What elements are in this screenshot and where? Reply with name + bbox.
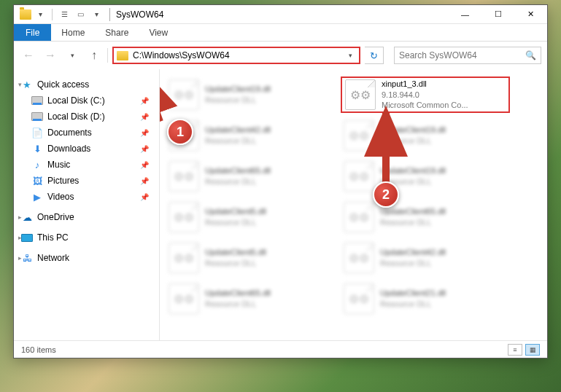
sidebar-item-label: Documents	[47, 128, 92, 138]
address-bar[interactable]: C:\Windows\SysWOW64 ▾	[112, 47, 360, 64]
chevron-right-icon[interactable]: ▸	[18, 213, 22, 221]
file-item[interactable]: ⚙⚙ UpdateClient42.dllResource DLL	[341, 240, 510, 276]
dll-icon: ⚙⚙	[169, 243, 199, 273]
sidebar-item-music[interactable]: ♪ Music 📌	[14, 157, 159, 173]
qat-properties-icon[interactable]: ☰	[57, 7, 71, 22]
address-dropdown-icon[interactable]: ▾	[344, 52, 356, 59]
sidebar-label: Network	[37, 253, 69, 263]
dll-icon: ⚙⚙	[169, 202, 199, 232]
maximize-button[interactable]: ☐	[481, 5, 514, 24]
recent-dropdown[interactable]: ▾	[63, 47, 81, 64]
sidebar-this-pc[interactable]: ▸ This PC	[14, 230, 159, 246]
tiles-view-button[interactable]: ▦	[525, 344, 540, 356]
drive-icon	[31, 96, 43, 105]
file-pane[interactable]: ⚙⚙ UpdateClient19.dllResource DLL ⚙⚙ xin…	[160, 69, 547, 340]
pin-icon: 📌	[140, 129, 149, 137]
explorer-window: ▾ ☰ ▭ ▾ SysWOW64 — ☐ ✕ File Home Share V…	[13, 4, 548, 358]
address-path: C:\Windows\SysWOW64	[133, 50, 344, 60]
chevron-down-icon[interactable]: ▾	[18, 81, 22, 88]
search-box[interactable]: 🔍	[394, 47, 541, 64]
dll-icon: ⚙⚙	[344, 243, 374, 273]
pin-icon: 📌	[140, 145, 149, 153]
network-icon: 🖧	[21, 252, 33, 264]
file-item[interactable]: ⚙⚙ UpdateClient5.dllResource DLL	[166, 240, 335, 276]
up-button[interactable]: ↑	[85, 47, 103, 64]
search-icon: 🔍	[525, 50, 536, 60]
picture-icon: 🖼	[31, 175, 43, 187]
callout-2: 2	[373, 181, 399, 208]
statusbar: 160 items ≡ ▦	[14, 340, 547, 358]
cloud-icon: ☁	[21, 211, 33, 223]
pin-icon: 📌	[140, 161, 149, 169]
monitor-icon	[21, 234, 33, 242]
file-item[interactable]: ⚙⚙ UpdateClient65.dllResource DLL	[166, 281, 335, 317]
chevron-right-icon[interactable]: ▸	[18, 234, 22, 241]
star-icon: ★	[21, 79, 33, 90]
minimize-button[interactable]: —	[449, 5, 481, 24]
sidebar-label: OneDrive	[37, 212, 74, 222]
dll-icon: ⚙⚙	[344, 202, 374, 232]
qat-new-folder-icon[interactable]: ▭	[73, 7, 88, 22]
file-item[interactable]: ⚙⚙ UpdateClient19.dllResource DLL	[166, 77, 335, 113]
sidebar-item-label: Local Disk (C:)	[47, 95, 105, 106]
tab-view[interactable]: View	[139, 24, 178, 41]
forward-button[interactable]: →	[42, 47, 59, 64]
tab-share[interactable]: Share	[95, 24, 139, 41]
titlebar: ▾ ☰ ▭ ▾ SysWOW64 — ☐ ✕	[14, 5, 547, 24]
sidebar-item-label: Pictures	[47, 176, 79, 186]
folder-icon	[20, 9, 31, 20]
annotation-arrow-2	[364, 104, 408, 192]
sidebar-quick-access[interactable]: ▾ ★ Quick access	[14, 77, 159, 93]
dll-icon: ⚙⚙	[344, 283, 374, 314]
sidebar-item-pictures[interactable]: 🖼 Pictures 📌	[14, 173, 159, 189]
file-item[interactable]: ⚙⚙ UpdateClient5.dllResource DLL	[166, 199, 335, 235]
sidebar-onedrive[interactable]: ▸ ☁ OneDrive	[14, 209, 159, 225]
item-count: 160 items	[21, 345, 56, 354]
sidebar-label: Quick access	[37, 79, 89, 90]
music-icon: ♪	[31, 159, 43, 170]
nav-sidebar: ▾ ★ Quick access Local Disk (C:) 📌 Local…	[14, 69, 160, 340]
folder-icon	[117, 51, 128, 60]
back-button[interactable]: ←	[20, 47, 37, 64]
pin-icon: 📌	[140, 113, 149, 121]
ribbon-tabs: File Home Share View	[14, 24, 547, 42]
download-icon: ⬇	[31, 143, 43, 154]
sidebar-item-label: Local Disk (D:)	[47, 111, 105, 122]
callout-1: 1	[167, 119, 193, 145]
pin-icon: 📌	[140, 177, 149, 185]
qat-customize[interactable]: ▾	[89, 7, 104, 22]
drive-icon	[31, 112, 43, 121]
file-tab[interactable]: File	[14, 24, 51, 41]
sidebar-item-label: Downloads	[47, 144, 90, 154]
pin-icon: 📌	[140, 97, 149, 105]
sidebar-label: This PC	[37, 232, 69, 243]
sidebar-item-label: Music	[47, 160, 70, 170]
dll-icon: ⚙⚙	[169, 283, 199, 314]
qat-dropdown[interactable]: ▾	[33, 7, 47, 22]
details-view-button[interactable]: ≡	[508, 344, 522, 356]
video-icon: ▶	[31, 191, 43, 203]
file-name: xinput1_3.dll	[382, 79, 468, 90]
chevron-right-icon[interactable]: ▸	[18, 254, 22, 262]
document-icon: 📄	[31, 127, 43, 138]
sidebar-item-local-disk-d[interactable]: Local Disk (D:) 📌	[14, 109, 159, 125]
file-item[interactable]: ⚙⚙ UpdateClient21.dllResource DLL	[341, 281, 510, 317]
sidebar-item-videos[interactable]: ▶ Videos 📌	[14, 189, 159, 205]
search-input[interactable]	[399, 50, 525, 60]
file-version: 9.18.944.0	[382, 90, 468, 101]
pin-icon: 📌	[140, 193, 149, 201]
sidebar-item-downloads[interactable]: ⬇ Downloads 📌	[14, 141, 159, 157]
tab-home[interactable]: Home	[51, 24, 95, 41]
window-title: SysWOW64	[116, 9, 163, 20]
sidebar-item-label: Videos	[47, 192, 74, 202]
nav-toolbar: ← → ▾ ↑ C:\Windows\SysWOW64 ▾ ↻ 🔍	[14, 42, 547, 69]
sidebar-network[interactable]: ▸ 🖧 Network	[14, 250, 159, 266]
sidebar-item-documents[interactable]: 📄 Documents 📌	[14, 125, 159, 141]
refresh-button[interactable]: ↻	[365, 47, 384, 64]
file-item[interactable]: ⚙⚙ UpdateClient65.dllResource DLL	[341, 199, 510, 235]
sidebar-item-local-disk-c[interactable]: Local Disk (C:) 📌	[14, 93, 159, 109]
close-button[interactable]: ✕	[514, 5, 547, 24]
dll-icon: ⚙⚙	[169, 161, 199, 192]
file-item[interactable]: ⚙⚙ UpdateClient65.dllResource DLL	[166, 158, 335, 195]
